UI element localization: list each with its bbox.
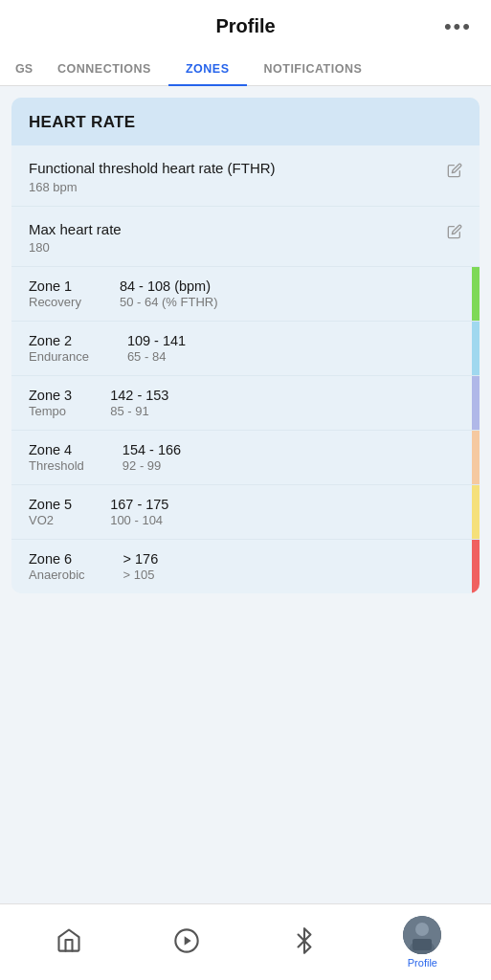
- nav-profile[interactable]: Profile: [364, 916, 481, 969]
- max-hr-value: 180: [29, 240, 122, 255]
- zone-bar-5: [472, 485, 480, 539]
- svg-point-3: [415, 923, 429, 936]
- more-menu-button[interactable]: •••: [444, 14, 472, 39]
- card-header: HEART RATE: [11, 98, 480, 145]
- zone-bar-4: [472, 431, 480, 484]
- zone-range-2: 109 - 141: [127, 333, 186, 348]
- heart-rate-card: HEART RATE Functional threshold heart ra…: [11, 98, 480, 593]
- nav-activity[interactable]: [127, 927, 245, 958]
- nav-home[interactable]: [10, 926, 127, 958]
- zone-row-5: Zone 5 VO2 167 - 175 100 - 104: [11, 485, 480, 540]
- zone-name-2: Zone 2: [29, 333, 89, 348]
- zone-row-3: Zone 3 Tempo 142 - 153 85 - 91: [11, 376, 480, 431]
- zone-range-6: > 176: [123, 551, 159, 567]
- zone-type-4: Threshold: [29, 458, 84, 473]
- zone-type-3: Tempo: [29, 404, 72, 418]
- home-icon: [56, 926, 82, 958]
- zone-type-2: Endurance: [29, 349, 89, 364]
- zone-type-6: Anaerobic: [29, 568, 85, 582]
- fthr-row: Functional threshold heart rate (FTHR) 1…: [11, 145, 480, 207]
- zone-row-6: Zone 6 Anaerobic > 176 > 105: [11, 540, 480, 593]
- zone-pct-2: 65 - 84: [127, 349, 166, 364]
- zone-pct-5: 100 - 104: [110, 513, 163, 527]
- max-hr-row: Max heart rate 180: [11, 207, 480, 268]
- zone-pct-4: 92 - 99: [123, 458, 161, 473]
- page-title: Profile: [215, 15, 275, 37]
- tab-zones[interactable]: ZONES: [168, 53, 247, 85]
- zone-name-4: Zone 4: [29, 442, 84, 457]
- play-icon: [173, 927, 200, 958]
- zone-row-4: Zone 4 Threshold 154 - 166 92 - 99: [11, 431, 480, 485]
- fthr-label: Functional threshold heart rate (FTHR): [29, 159, 276, 178]
- max-hr-edit-button[interactable]: [447, 224, 462, 244]
- zone-range-1: 84 - 108 (bpm): [120, 278, 211, 294]
- zone-bar-3: [472, 376, 480, 430]
- fthr-edit-button[interactable]: [447, 163, 462, 183]
- zone-bar-2: [472, 322, 480, 375]
- tab-bar: GS CONNECTIONS ZONES NOTIFICATIONS: [0, 53, 491, 86]
- zone-bar-6: [472, 540, 480, 593]
- tab-notifications[interactable]: NOTIFICATIONS: [247, 53, 380, 85]
- zone-name-6: Zone 6: [29, 551, 85, 567]
- bottom-nav: Profile: [0, 903, 491, 980]
- zone-pct-1: 50 - 64 (% FTHR): [120, 295, 218, 309]
- zone-range-5: 167 - 175: [110, 497, 168, 512]
- header: Profile •••: [0, 0, 491, 53]
- fthr-value: 168 bpm: [29, 180, 276, 194]
- zone-row-2: Zone 2 Endurance 109 - 141 65 - 84: [11, 322, 480, 376]
- svg-marker-1: [185, 936, 191, 945]
- nav-bluetooth[interactable]: [246, 927, 364, 958]
- svg-rect-5: [413, 939, 432, 950]
- zone-range-3: 142 - 153: [110, 388, 168, 403]
- avatar: [403, 916, 441, 954]
- zone-name-3: Zone 3: [29, 388, 72, 403]
- zone-name-5: Zone 5: [29, 497, 72, 512]
- zone-rows: Zone 1 Recovery 84 - 108 (bpm) 50 - 64 (…: [11, 267, 480, 593]
- card-title: HEART RATE: [29, 113, 135, 131]
- zone-bar-1: [472, 267, 480, 321]
- zone-type-1: Recovery: [29, 295, 81, 309]
- zone-name-1: Zone 1: [29, 278, 81, 294]
- bluetooth-icon: [291, 927, 318, 958]
- zone-type-5: VO2: [29, 513, 72, 527]
- profile-nav-label: Profile: [408, 957, 437, 969]
- tab-connections[interactable]: CONNECTIONS: [40, 53, 168, 85]
- tab-gs[interactable]: GS: [0, 53, 40, 85]
- zone-pct-3: 85 - 91: [110, 404, 148, 418]
- zone-row-1: Zone 1 Recovery 84 - 108 (bpm) 50 - 64 (…: [11, 267, 480, 322]
- zone-pct-6: > 105: [123, 568, 155, 582]
- max-hr-label: Max heart rate: [29, 220, 122, 239]
- main-content: HEART RATE Functional threshold heart ra…: [0, 86, 491, 903]
- zone-range-4: 154 - 166: [123, 442, 181, 457]
